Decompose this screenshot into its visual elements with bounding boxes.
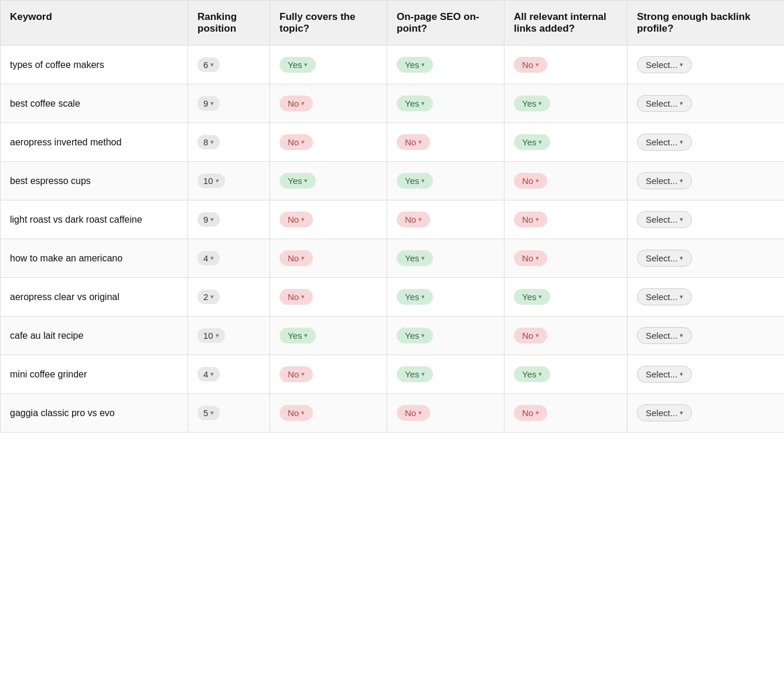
covers-badge[interactable]: Yes ▾ bbox=[279, 173, 316, 189]
cell-ranking: 9 ▾ bbox=[188, 84, 270, 123]
backlink-badge[interactable]: Select... ▾ bbox=[637, 250, 692, 267]
cell-onpage: Yes ▾ bbox=[387, 239, 505, 278]
backlink-badge[interactable]: Select... ▾ bbox=[637, 134, 692, 151]
onpage-badge[interactable]: Yes ▾ bbox=[397, 57, 433, 73]
cell-onpage: Yes ▾ bbox=[387, 162, 505, 200]
internal-badge[interactable]: Yes ▾ bbox=[514, 289, 550, 305]
cell-onpage: No ▾ bbox=[387, 200, 505, 239]
covers-badge[interactable]: No ▾ bbox=[279, 212, 313, 227]
cell-covers: No ▾ bbox=[270, 278, 387, 316]
backlink-badge[interactable]: Select... ▾ bbox=[637, 288, 692, 305]
cell-internal: Yes ▾ bbox=[505, 84, 628, 123]
backlink-badge[interactable]: Select... ▾ bbox=[637, 366, 692, 383]
onpage-arrow: ▾ bbox=[421, 370, 425, 378]
table-row: how to make an americano4 ▾No ▾Yes ▾No ▾… bbox=[1, 239, 785, 278]
cell-keyword: aeropress inverted method bbox=[1, 123, 188, 162]
col-header-onpage: On-page SEO on-point? bbox=[387, 1, 505, 46]
internal-badge[interactable]: No ▾ bbox=[514, 250, 547, 266]
internal-badge[interactable]: No ▾ bbox=[514, 212, 547, 227]
cell-ranking: 10 ▾ bbox=[188, 162, 270, 200]
onpage-badge[interactable]: Yes ▾ bbox=[397, 366, 433, 382]
cell-covers: No ▾ bbox=[270, 200, 387, 239]
internal-badge[interactable]: No ▾ bbox=[514, 405, 547, 421]
covers-badge[interactable]: No ▾ bbox=[279, 96, 313, 111]
backlink-badge[interactable]: Select... ▾ bbox=[637, 211, 692, 228]
onpage-arrow: ▾ bbox=[421, 293, 425, 301]
ranking-badge[interactable]: 10 ▾ bbox=[197, 173, 225, 188]
cell-covers: Yes ▾ bbox=[270, 46, 387, 84]
table-row: types of coffee makers6 ▾Yes ▾Yes ▾No ▾S… bbox=[1, 46, 785, 84]
table-row: aeropress inverted method8 ▾No ▾No ▾Yes … bbox=[1, 123, 785, 162]
internal-badge[interactable]: No ▾ bbox=[514, 173, 547, 189]
onpage-arrow: ▾ bbox=[421, 61, 425, 69]
backlink-arrow: ▾ bbox=[680, 409, 683, 417]
internal-badge[interactable]: Yes ▾ bbox=[514, 96, 550, 111]
cell-covers: No ▾ bbox=[270, 394, 387, 433]
table-row: cafe au lait recipe10 ▾Yes ▾Yes ▾No ▾Sel… bbox=[1, 316, 785, 355]
keyword-table: Keyword Ranking position Fully covers th… bbox=[0, 0, 784, 433]
onpage-badge[interactable]: Yes ▾ bbox=[397, 173, 433, 189]
internal-badge[interactable]: Yes ▾ bbox=[514, 134, 550, 150]
covers-arrow: ▾ bbox=[301, 370, 305, 378]
cell-backlink: Select... ▾ bbox=[628, 84, 785, 123]
onpage-badge[interactable]: Yes ▾ bbox=[397, 96, 433, 111]
onpage-badge[interactable]: No ▾ bbox=[397, 134, 430, 150]
cell-ranking: 4 ▾ bbox=[188, 355, 270, 394]
table-row: best espresso cups10 ▾Yes ▾Yes ▾No ▾Sele… bbox=[1, 162, 785, 200]
backlink-arrow: ▾ bbox=[680, 332, 683, 339]
internal-arrow: ▾ bbox=[536, 216, 539, 223]
covers-badge[interactable]: No ▾ bbox=[279, 405, 313, 421]
table-row: light roast vs dark roast caffeine9 ▾No … bbox=[1, 200, 785, 239]
ranking-arrow: ▾ bbox=[210, 293, 214, 301]
ranking-badge[interactable]: 6 ▾ bbox=[197, 57, 220, 72]
ranking-badge[interactable]: 9 ▾ bbox=[197, 212, 220, 227]
covers-badge[interactable]: No ▾ bbox=[279, 289, 313, 305]
backlink-badge[interactable]: Select... ▾ bbox=[637, 95, 692, 112]
internal-arrow: ▾ bbox=[536, 332, 539, 339]
covers-arrow: ▾ bbox=[304, 177, 308, 185]
ranking-arrow: ▾ bbox=[210, 61, 214, 69]
ranking-badge[interactable]: 4 ▾ bbox=[197, 251, 220, 265]
ranking-badge[interactable]: 2 ▾ bbox=[197, 290, 220, 304]
covers-badge[interactable]: No ▾ bbox=[279, 366, 313, 382]
backlink-arrow: ▾ bbox=[680, 177, 683, 185]
internal-arrow: ▾ bbox=[536, 254, 539, 262]
onpage-badge[interactable]: No ▾ bbox=[397, 212, 430, 227]
onpage-badge[interactable]: Yes ▾ bbox=[397, 250, 433, 266]
backlink-badge[interactable]: Select... ▾ bbox=[637, 56, 692, 73]
internal-arrow: ▾ bbox=[538, 138, 542, 146]
cell-ranking: 9 ▾ bbox=[188, 200, 270, 239]
covers-badge[interactable]: Yes ▾ bbox=[279, 57, 316, 73]
backlink-badge[interactable]: Select... ▾ bbox=[637, 404, 692, 421]
ranking-badge[interactable]: 5 ▾ bbox=[197, 406, 220, 420]
covers-badge[interactable]: No ▾ bbox=[279, 134, 313, 150]
ranking-arrow: ▾ bbox=[216, 332, 219, 339]
internal-badge[interactable]: No ▾ bbox=[514, 57, 547, 73]
covers-badge[interactable]: Yes ▾ bbox=[279, 328, 316, 343]
ranking-badge[interactable]: 4 ▾ bbox=[197, 367, 220, 382]
backlink-arrow: ▾ bbox=[680, 216, 683, 223]
cell-onpage: Yes ▾ bbox=[387, 355, 505, 394]
cell-ranking: 5 ▾ bbox=[188, 394, 270, 433]
cell-keyword: gaggia classic pro vs evo bbox=[1, 394, 188, 433]
cell-ranking: 4 ▾ bbox=[188, 239, 270, 278]
onpage-badge[interactable]: Yes ▾ bbox=[397, 289, 433, 305]
onpage-badge[interactable]: No ▾ bbox=[397, 405, 430, 421]
backlink-badge[interactable]: Select... ▾ bbox=[637, 327, 692, 344]
covers-badge[interactable]: No ▾ bbox=[279, 250, 313, 266]
ranking-badge[interactable]: 9 ▾ bbox=[197, 96, 220, 111]
ranking-badge[interactable]: 8 ▾ bbox=[197, 135, 220, 149]
col-header-internal: All relevant internal links added? bbox=[505, 1, 628, 46]
onpage-badge[interactable]: Yes ▾ bbox=[397, 328, 433, 343]
table-body: types of coffee makers6 ▾Yes ▾Yes ▾No ▾S… bbox=[1, 46, 785, 433]
cell-onpage: Yes ▾ bbox=[387, 278, 505, 316]
cell-keyword: light roast vs dark roast caffeine bbox=[1, 200, 188, 239]
internal-badge[interactable]: Yes ▾ bbox=[514, 366, 550, 382]
cell-backlink: Select... ▾ bbox=[628, 316, 785, 355]
internal-badge[interactable]: No ▾ bbox=[514, 328, 547, 343]
cell-internal: No ▾ bbox=[505, 46, 628, 84]
cell-backlink: Select... ▾ bbox=[628, 355, 785, 394]
backlink-badge[interactable]: Select... ▾ bbox=[637, 172, 692, 189]
ranking-arrow: ▾ bbox=[210, 100, 214, 107]
ranking-badge[interactable]: 10 ▾ bbox=[197, 328, 225, 343]
